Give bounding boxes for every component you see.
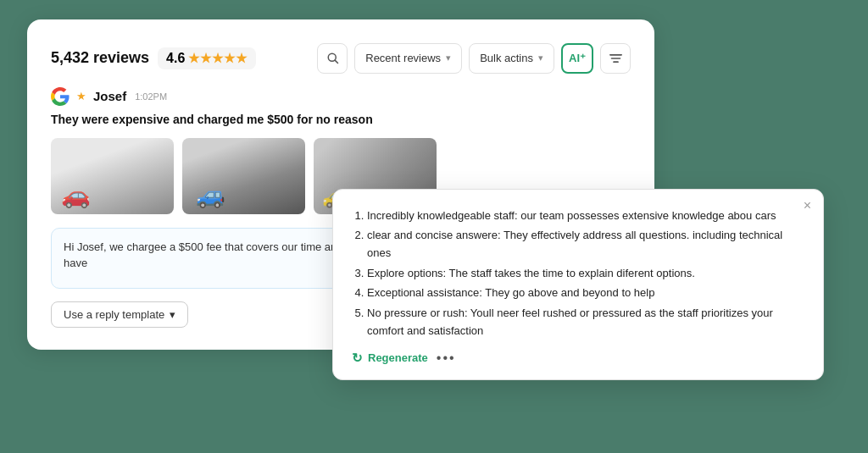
google-logo-icon xyxy=(51,87,70,106)
list-item: No pressure or rush: Youll neer feel rus… xyxy=(367,304,804,340)
list-item: Exceptional assistance: They go above an… xyxy=(367,284,804,301)
reviews-count-text: 5,432 reviews xyxy=(51,49,149,67)
list-item: Explore options: The staff takes the tim… xyxy=(367,264,804,282)
list-item: clear and concise answere: They effectiv… xyxy=(367,226,804,262)
review-author-row: ★ Josef 1:02PM xyxy=(51,87,631,106)
rating-badge: 4.6 ★★★★★ xyxy=(158,47,256,69)
regenerate-button[interactable]: ↻ Regenerate xyxy=(352,351,428,366)
review-text: They were expensive and charged me $500 … xyxy=(51,113,631,126)
ai-suggestions-list: Incredibly knowledgeable staff: our team… xyxy=(352,207,804,340)
author-name: Josef xyxy=(93,89,126,103)
chevron-down-icon: ▾ xyxy=(538,52,543,64)
star-icons: ★★★★★ xyxy=(188,51,248,66)
review-image-1 xyxy=(51,138,174,214)
regenerate-icon: ↻ xyxy=(352,351,363,366)
review-image-2 xyxy=(182,138,305,214)
filter-button[interactable] xyxy=(600,43,631,74)
header-row: 5,432 reviews 4.6 ★★★★★ Recent reviews ▾ xyxy=(51,43,631,74)
reviews-summary: 5,432 reviews 4.6 ★★★★★ xyxy=(51,47,256,69)
ai-button[interactable]: AI⁺ xyxy=(561,43,593,74)
close-popup-button[interactable]: × xyxy=(804,198,811,213)
recent-reviews-dropdown[interactable]: Recent reviews ▾ xyxy=(354,43,462,74)
search-icon xyxy=(326,52,339,64)
filter-icon xyxy=(609,52,622,64)
bulk-actions-dropdown[interactable]: Bulk actins ▾ xyxy=(469,43,554,74)
rating-value: 4.6 xyxy=(166,51,185,66)
more-options-icon[interactable]: ••• xyxy=(437,351,456,366)
ai-suggestions-popup: × Incredibly knowledgeable staff: our te… xyxy=(332,189,824,380)
svg-line-1 xyxy=(335,60,337,63)
ai-popup-footer: ↻ Regenerate ••• xyxy=(352,351,804,366)
review-time: 1:02PM xyxy=(135,91,167,102)
use-reply-template-button[interactable]: Use a reply template ▾ xyxy=(51,301,188,328)
search-button[interactable] xyxy=(317,43,348,74)
review-star: ★ xyxy=(76,90,86,102)
list-item: Incredibly knowledgeable staff: our team… xyxy=(367,207,804,224)
chevron-down-icon: ▾ xyxy=(170,308,175,321)
chevron-down-icon: ▾ xyxy=(446,52,451,64)
header-controls: Recent reviews ▾ Bulk actins ▾ AI⁺ xyxy=(317,43,631,74)
